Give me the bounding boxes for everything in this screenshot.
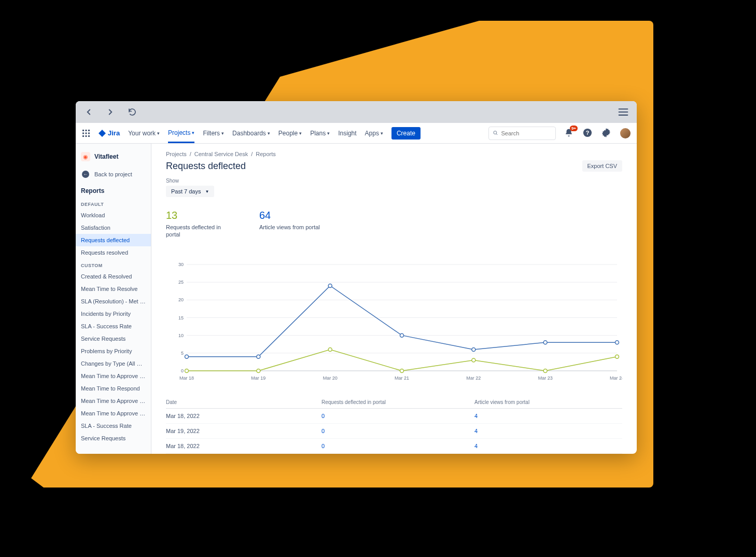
project-header[interactable]: ◉ Vitafleet bbox=[76, 144, 151, 166]
cell-deflected[interactable]: 0 bbox=[321, 428, 325, 434]
nav-projects[interactable]: Projects▾ bbox=[168, 124, 194, 143]
svg-point-41 bbox=[257, 369, 260, 372]
cell-views[interactable]: 4 bbox=[474, 413, 478, 419]
cell-date: Mar 19, 2022 bbox=[166, 428, 321, 434]
search-input[interactable] bbox=[488, 127, 556, 140]
sidebar-item-mean-time-to-resolve[interactable]: Mean Time to Resolve bbox=[76, 283, 151, 295]
svg-text:25: 25 bbox=[178, 280, 184, 285]
reload-icon[interactable] bbox=[128, 107, 137, 117]
back-icon[interactable] bbox=[84, 107, 93, 117]
svg-text:20: 20 bbox=[178, 297, 184, 302]
svg-text:0: 0 bbox=[181, 368, 184, 373]
help-icon[interactable]: ? bbox=[583, 128, 593, 138]
forward-icon[interactable] bbox=[106, 107, 115, 117]
main-content: Projects/Central Service Desk/Reports Re… bbox=[151, 144, 637, 454]
notifications-icon[interactable]: 9+ bbox=[564, 128, 575, 138]
back-label: Back to project bbox=[94, 171, 132, 177]
cell-deflected[interactable]: 0 bbox=[321, 413, 325, 419]
nav-your-work[interactable]: Your work▾ bbox=[128, 124, 160, 142]
col-date: Date bbox=[166, 399, 321, 405]
chevron-down-icon: ▾ bbox=[299, 131, 302, 136]
search-field[interactable] bbox=[501, 130, 551, 136]
sidebar-item-satisfaction[interactable]: Satisfaction bbox=[76, 221, 151, 234]
reports-heading: Reports bbox=[76, 184, 151, 198]
breadcrumb-0[interactable]: Projects bbox=[166, 151, 187, 157]
svg-rect-5 bbox=[88, 132, 90, 134]
sidebar-item-created-resolved[interactable]: Created & Resolved bbox=[76, 270, 151, 283]
nav-apps[interactable]: Apps▾ bbox=[365, 124, 383, 142]
stat-blue: 64Article views from portal bbox=[259, 210, 320, 239]
nav-plans[interactable]: Plans▾ bbox=[310, 124, 330, 142]
app-switcher-icon[interactable] bbox=[82, 129, 90, 137]
table-row: Mar 18, 202204 bbox=[166, 409, 622, 424]
sidebar-item-requests-deflected[interactable]: Requests deflected bbox=[76, 234, 151, 246]
svg-point-9 bbox=[494, 131, 497, 134]
svg-point-40 bbox=[185, 369, 189, 372]
project-icon: ◉ bbox=[81, 152, 90, 161]
svg-text:Mar 21: Mar 21 bbox=[395, 375, 409, 381]
sidebar-item-problems-by-priority[interactable]: Problems by Priority bbox=[76, 345, 151, 357]
cell-views[interactable]: 4 bbox=[474, 443, 478, 449]
export-csv-button[interactable]: Export CSV bbox=[582, 160, 622, 172]
svg-text:Mar 22: Mar 22 bbox=[466, 375, 481, 381]
sidebar-item-mean-time-to-approve-norm-[interactable]: Mean Time to Approve 'Norm... bbox=[76, 395, 151, 407]
svg-point-43 bbox=[400, 369, 404, 372]
svg-rect-8 bbox=[88, 135, 90, 137]
nav-filters[interactable]: Filters▾ bbox=[203, 124, 224, 142]
chevron-down-icon: ▾ bbox=[221, 131, 224, 136]
sidebar-item-mean-time-to-respond[interactable]: Mean Time to Respond bbox=[76, 382, 151, 395]
sidebar-item-mean-time-to-approve-norm-[interactable]: Mean Time to Approve 'Norm... bbox=[76, 407, 151, 420]
notification-badge: 9+ bbox=[570, 126, 578, 131]
cell-deflected[interactable]: 0 bbox=[321, 443, 325, 449]
create-button[interactable]: Create bbox=[391, 127, 421, 140]
sidebar-item-service-requests[interactable]: Service Requests bbox=[76, 332, 151, 345]
jira-logo-text: Jira bbox=[108, 129, 120, 137]
menu-icon[interactable] bbox=[618, 108, 628, 116]
svg-text:Mar 20: Mar 20 bbox=[323, 375, 338, 381]
sidebar-item-incidents-by-priority[interactable]: Incidents by Priority bbox=[76, 308, 151, 320]
svg-text:10: 10 bbox=[178, 332, 184, 338]
date-range-select[interactable]: Past 7 days ▼ bbox=[166, 186, 214, 197]
svg-rect-2 bbox=[88, 130, 90, 131]
sidebar-item-sla-success-rate[interactable]: SLA - Success Rate bbox=[76, 420, 151, 432]
jira-logo[interactable]: Jira bbox=[99, 129, 120, 137]
sidebar-item-mean-time-to-approve-norm-[interactable]: Mean Time to Approve 'Norm... bbox=[76, 370, 151, 382]
svg-text:30: 30 bbox=[178, 262, 184, 267]
stat-value: 13 bbox=[166, 210, 228, 221]
date-range-value: Past 7 days bbox=[171, 188, 201, 194]
top-navigation: Jira Your work▾Projects▾Filters▾Dashboar… bbox=[76, 123, 637, 144]
sidebar-item-changes-by-type-all-statuses-[interactable]: Changes by Type (All Statuses) bbox=[76, 357, 151, 370]
svg-rect-1 bbox=[86, 130, 87, 131]
svg-point-39 bbox=[615, 340, 619, 344]
breadcrumb-1[interactable]: Central Service Desk bbox=[194, 151, 248, 157]
sidebar-item-requests-resolved[interactable]: Requests resolved bbox=[76, 246, 151, 259]
chevron-down-icon: ▾ bbox=[327, 131, 330, 136]
cell-views[interactable]: 4 bbox=[474, 428, 478, 434]
breadcrumbs: Projects/Central Service Desk/Reports bbox=[166, 151, 622, 157]
settings-icon[interactable] bbox=[601, 128, 612, 138]
user-avatar[interactable] bbox=[620, 128, 631, 138]
svg-rect-7 bbox=[86, 135, 87, 137]
sidebar-item-workload[interactable]: Workload bbox=[76, 209, 151, 221]
back-arrow-icon: ← bbox=[82, 171, 89, 178]
group-default: DEFAULT bbox=[76, 198, 151, 209]
svg-text:?: ? bbox=[586, 129, 590, 135]
chevron-down-icon: ▼ bbox=[205, 189, 209, 194]
svg-text:5: 5 bbox=[181, 350, 184, 355]
nav-people[interactable]: People▾ bbox=[278, 124, 302, 142]
table-row: Mar 19, 202204 bbox=[166, 424, 622, 439]
show-label: Show bbox=[166, 178, 622, 184]
svg-point-34 bbox=[257, 355, 260, 358]
sidebar-item-sla-success-rate[interactable]: SLA - Success Rate bbox=[76, 320, 151, 332]
svg-point-37 bbox=[472, 347, 475, 351]
sidebar-item-service-requests[interactable]: Service Requests bbox=[76, 432, 151, 444]
svg-point-36 bbox=[400, 333, 404, 337]
data-table: Date Requests deflected in portal Articl… bbox=[166, 396, 622, 454]
nav-dashboards[interactable]: Dashboards▾ bbox=[232, 124, 270, 142]
nav-insight[interactable]: Insight bbox=[338, 124, 356, 142]
back-to-project[interactable]: ← Back to project bbox=[76, 166, 151, 184]
sidebar-item-sla-resolution-met-vs-bre-[interactable]: SLA (Resolution) - Met vs Bre... bbox=[76, 295, 151, 308]
breadcrumb-2[interactable]: Reports bbox=[256, 151, 276, 157]
chevron-down-icon: ▾ bbox=[381, 131, 383, 136]
svg-text:Mar 18: Mar 18 bbox=[179, 375, 194, 381]
